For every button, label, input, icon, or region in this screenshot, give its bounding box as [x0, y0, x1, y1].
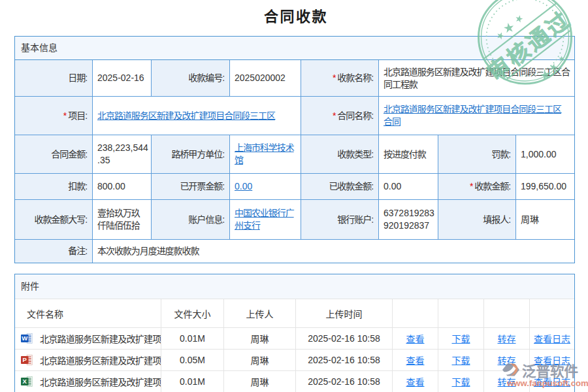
- svg-text:X: X: [23, 378, 27, 385]
- svg-text:P: P: [23, 356, 27, 363]
- svg-text:W: W: [22, 335, 27, 342]
